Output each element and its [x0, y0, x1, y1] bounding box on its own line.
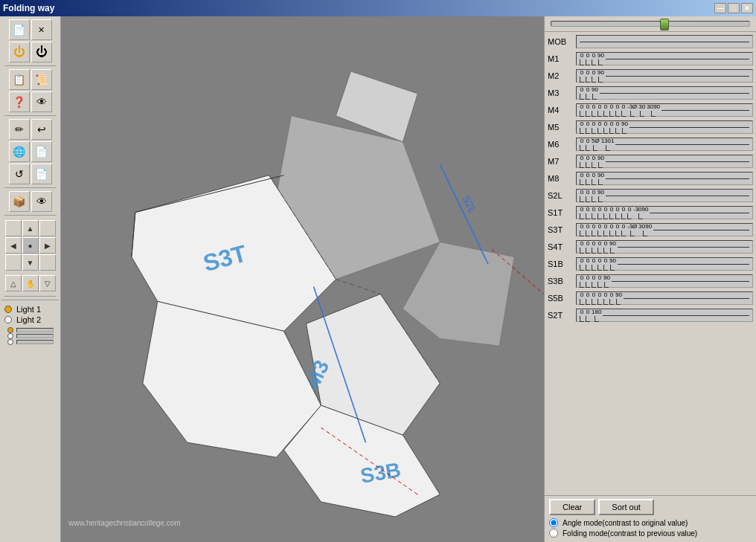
row-label: M5	[548, 123, 576, 132]
marker-value: 0	[580, 172, 583, 178]
row-track[interactable]: 000000000-3090	[576, 206, 753, 219]
marker-value: 90	[598, 172, 604, 178]
marker-value: 0	[580, 274, 583, 281]
home-button[interactable]: ⏻	[9, 42, 30, 62]
marker-value: 0	[598, 120, 601, 127]
marker-value: 0	[580, 69, 583, 76]
nav-hand-button[interactable]: ✋	[22, 275, 39, 291]
nav-up-button[interactable]: ▲	[22, 220, 39, 236]
marker: 0	[586, 240, 590, 254]
row-track[interactable]: 00090	[576, 52, 753, 65]
marker-value: 0	[592, 240, 595, 247]
nav-left-button[interactable]: ◀	[5, 237, 22, 254]
row-track[interactable]: 00180	[576, 309, 753, 322]
marker-value: 0	[580, 240, 583, 247]
row-track[interactable]: 000090	[576, 274, 753, 288]
track-line	[603, 315, 749, 316]
row-markers: 0000090	[577, 240, 752, 254]
marker-tick	[643, 230, 647, 236]
marker: 0	[592, 223, 596, 236]
marker-tick	[592, 77, 596, 83]
row-track[interactable]: 00000000-3Ø303090	[576, 103, 753, 117]
row-track[interactable]: 00090	[576, 172, 753, 185]
track-line	[653, 230, 749, 230]
angle-mode-radio[interactable]	[549, 518, 558, 527]
marker-value: 0	[604, 206, 607, 213]
row-track[interactable]: 0090	[576, 86, 753, 100]
3d-viewport[interactable]: S3T M3 S3B S2L	[61, 16, 544, 542]
row-track[interactable]: 00090	[576, 189, 753, 202]
pencil-button[interactable]: ✏	[9, 119, 30, 140]
eye-button[interactable]: 👁	[31, 91, 52, 112]
track-line	[630, 127, 749, 128]
marker-value: 0	[586, 172, 589, 178]
light1-slider-row	[7, 327, 56, 333]
new-tool-button[interactable]: 📄	[9, 19, 30, 40]
maximize-button[interactable]: □	[728, 3, 740, 13]
marker-value: 0	[592, 103, 595, 110]
folding-mode-radio[interactable]	[549, 529, 558, 538]
row-track[interactable]: 0000090	[576, 257, 753, 271]
marker-tick	[592, 162, 596, 168]
document-button[interactable]: 📋	[9, 69, 30, 90]
sort-out-button[interactable]: Sort out	[598, 499, 654, 515]
main-slider-track[interactable]	[551, 21, 750, 27]
row-label: S3T	[548, 225, 576, 234]
close-button[interactable]: ✕	[741, 3, 753, 13]
row-track[interactable]: 005Ø1301	[576, 138, 753, 151]
marker-tick	[592, 59, 596, 65]
nav-down2-button[interactable]: ▽	[39, 275, 56, 291]
undo-button[interactable]: ↩	[31, 119, 52, 140]
row-track[interactable]	[576, 35, 753, 48]
main-slider-thumb[interactable]	[660, 19, 669, 30]
data-row: M30090	[548, 85, 753, 101]
marker-tick	[586, 265, 590, 271]
marker-value: 0	[610, 223, 613, 230]
right-panel: MOBM100090M200090M30090M400000000-3Ø3030…	[544, 16, 756, 542]
marker-tick	[603, 111, 608, 117]
nav-up2-button[interactable]: △	[5, 275, 22, 291]
marker: 0	[592, 291, 596, 305]
track-line	[624, 298, 749, 299]
row-label: S3B	[548, 277, 576, 285]
nav-down-button[interactable]: ▼	[22, 254, 39, 271]
box-button[interactable]: 📦	[9, 191, 30, 212]
angle-mode-row: Angle mode(contrast to original value)	[549, 518, 752, 527]
row-track[interactable]: 00090	[576, 69, 753, 83]
data-row: MOB	[548, 33, 753, 50]
light-controls	[4, 327, 56, 345]
view-button[interactable]: 👁	[31, 191, 52, 212]
light3-slider[interactable]	[16, 340, 54, 344]
light1-slider[interactable]	[16, 328, 54, 332]
track-line	[618, 264, 749, 265]
marker-value: 90	[603, 274, 610, 281]
nav-center-button[interactable]: ●	[22, 237, 39, 254]
light2-slider[interactable]	[16, 334, 54, 338]
minimize-button[interactable]: —	[714, 3, 726, 13]
marker-value: 0	[592, 223, 595, 230]
marker-tick	[580, 128, 584, 134]
row-track[interactable]: 000000090	[576, 120, 753, 134]
scroll-button[interactable]: 📜	[31, 69, 52, 90]
marker-value: 0	[592, 52, 595, 59]
globe-button[interactable]: 🌐	[9, 141, 30, 162]
power-button[interactable]: ⏻	[31, 42, 52, 62]
rotate-button[interactable]: ↺	[9, 164, 30, 184]
page-button[interactable]: 📄	[31, 141, 52, 162]
row-track[interactable]: 0000090	[576, 240, 753, 254]
marker: 0	[609, 223, 614, 236]
row-track[interactable]: 00000090	[576, 291, 753, 305]
page2-button[interactable]: 📄	[31, 164, 52, 184]
close-x-button[interactable]: ✕	[31, 19, 52, 40]
light3-icon	[7, 339, 13, 345]
clear-button[interactable]: Clear	[549, 499, 595, 515]
row-markers: 0000090	[577, 257, 752, 271]
marker-value: 0	[580, 223, 583, 230]
row-track[interactable]: 00090	[576, 155, 753, 168]
marker-tick	[615, 111, 620, 117]
question-button[interactable]: ❓	[9, 91, 30, 112]
nav-right-button[interactable]: ▶	[39, 237, 56, 254]
marker: 0	[603, 120, 608, 134]
row-track[interactable]: 00000000-3Ø3090	[576, 223, 753, 236]
marker: 1301	[601, 138, 615, 151]
